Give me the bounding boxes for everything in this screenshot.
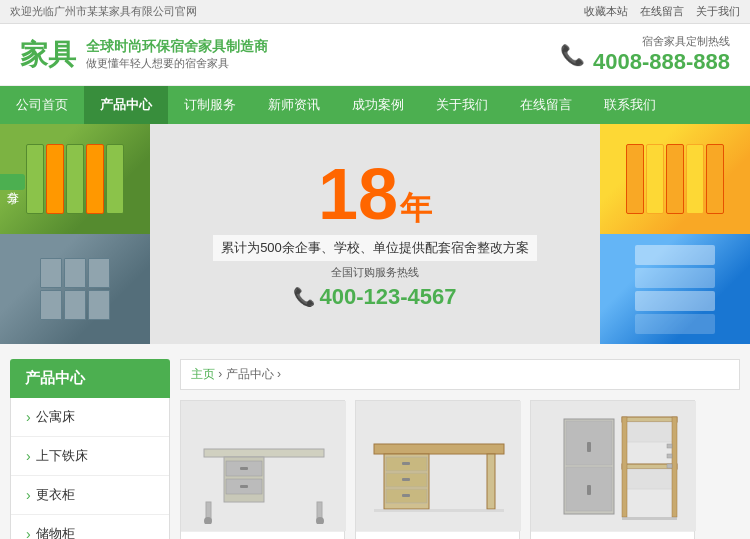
breadcrumb: 主页 › 产品中心 ›: [180, 359, 740, 390]
banner-right: [600, 124, 750, 344]
banner-hotline-label: 全国订购服务热线: [213, 265, 537, 280]
svg-rect-23: [587, 442, 591, 452]
sidebar-item-bunk-bed[interactable]: 上下铁床: [11, 437, 169, 476]
top-bar: 欢迎光临广州市某某家具有限公司官网 收藏本站 在线留言 关于我们: [0, 0, 750, 24]
top-bar-message[interactable]: 在线留言: [640, 4, 684, 19]
nav-products[interactable]: 产品中心: [84, 86, 168, 124]
banner-img-blue-room: [600, 234, 750, 344]
svg-rect-24: [587, 485, 591, 495]
sidebar-item-apt-bed[interactable]: 公寓床: [11, 398, 169, 437]
svg-rect-10: [374, 444, 504, 454]
breadcrumb-home-link[interactable]: 主页: [191, 367, 215, 381]
phone-icon: 📞: [560, 43, 585, 67]
logo-text: 家具: [20, 36, 76, 74]
gray-room-shape: [0, 234, 150, 344]
sidebar: 产品中心 公寓床 上下铁床 更衣柜 储物柜 其他产品: [10, 359, 170, 539]
sidebar-menu: 公寓床 上下铁床 更衣柜 储物柜 其他产品: [10, 398, 170, 539]
yellow-lockers-shape: [600, 124, 750, 234]
banner-img-gray-room: [0, 234, 150, 344]
hotline-area: 宿舍家具定制热线 4008-888-888: [593, 34, 730, 75]
sidebar-item-locker[interactable]: 储物柜: [11, 515, 169, 539]
svg-rect-27: [624, 422, 675, 442]
top-bar-about[interactable]: 关于我们: [696, 4, 740, 19]
nav-message[interactable]: 在线留言: [504, 86, 588, 124]
slogan-sub: 做更懂年轻人想要的宿舍家具: [86, 56, 268, 71]
nav: 公司首页 产品中心 订制服务 新师资讯 成功案例 关于我们 在线留言 联系我们: [0, 86, 750, 124]
banner-img-yellow-lockers: [600, 124, 750, 234]
svg-rect-32: [667, 454, 672, 458]
logo-slogan: 全球时尚环保宿舍家具制造商 做更懂年轻人想要的宿舍家具: [86, 38, 268, 71]
product-card-7[interactable]: 产品名称七: [530, 400, 695, 539]
breadcrumb-current: 产品中心: [226, 367, 274, 381]
banner-overlay: 18 年 累计为500余企事、学校、单位提供配套宿舍整改方案 全国订购服务热线 …: [213, 158, 537, 310]
nav-home[interactable]: 公司首页: [0, 86, 84, 124]
nav-news[interactable]: 新师资讯: [252, 86, 336, 124]
breadcrumb-sep1: ›: [218, 367, 225, 381]
svg-rect-33: [667, 464, 672, 468]
banner-center: 18 年 累计为500余企事、学校、单位提供配套宿舍整改方案 全国订购服务热线 …: [150, 124, 600, 344]
sidebar-title: 产品中心: [10, 359, 170, 398]
nav-about[interactable]: 关于我们: [420, 86, 504, 124]
product-grid: 产品名称九: [180, 400, 740, 539]
content: 产品中心 公寓床 上下铁床 更衣柜 储物柜 其他产品 主页 › 产品中心 ›: [0, 344, 750, 539]
svg-rect-15: [402, 462, 410, 465]
banner-desc: 累计为500余企事、学校、单位提供配套宿舍整改方案: [213, 235, 537, 261]
svg-rect-4: [240, 467, 248, 470]
top-bar-bookmark[interactable]: 收藏本站: [584, 4, 628, 19]
desk-svg-9: [194, 409, 334, 524]
svg-rect-5: [240, 485, 248, 488]
nav-contact[interactable]: 联系我们: [588, 86, 672, 124]
svg-rect-31: [667, 444, 672, 448]
nav-custom[interactable]: 订制服务: [168, 86, 252, 124]
banner-hotline-number: 400-123-4567: [319, 284, 456, 310]
banner-years: 18: [318, 158, 398, 230]
slogan-main: 全球时尚环保宿舍家具制造商: [86, 38, 268, 56]
svg-rect-16: [402, 478, 410, 481]
desk-svg-8: [369, 409, 509, 524]
product-img-7: [531, 401, 696, 531]
main-content: 主页 › 产品中心 ›: [180, 359, 740, 539]
product-name-8: 产品名称八: [356, 531, 519, 539]
banner-phone-icon: 📞: [293, 286, 315, 308]
svg-rect-0: [204, 449, 324, 457]
hotline-label: 宿舍家具定制热线: [593, 34, 730, 49]
svg-rect-29: [622, 417, 627, 517]
blue-room-shape: [600, 234, 750, 344]
svg-rect-30: [672, 417, 677, 517]
logo-area: 家具 全球时尚环保宿舍家具制造商 做更懂年轻人想要的宿舍家具: [20, 36, 268, 74]
product-card-9[interactable]: 产品名称九: [180, 400, 345, 539]
bunk-svg-7: [544, 409, 684, 524]
breadcrumb-sep2: ›: [277, 367, 281, 381]
svg-rect-25: [622, 417, 677, 422]
product-name-7: 产品名称七: [531, 531, 694, 539]
breadcrumb-home: 主页: [191, 367, 218, 381]
svg-rect-19: [374, 509, 504, 512]
nav-cases[interactable]: 成功案例: [336, 86, 420, 124]
top-bar-links: 收藏本站 在线留言 关于我们: [584, 4, 740, 19]
svg-rect-18: [487, 454, 495, 509]
header: 家具 全球时尚环保宿舍家具制造商 做更懂年轻人想要的宿舍家具 📞 宿舍家具定制热…: [0, 24, 750, 86]
svg-rect-28: [624, 469, 675, 489]
svg-rect-17: [402, 494, 410, 497]
side-tab[interactable]: 分享: [0, 174, 25, 190]
product-img-9: [181, 401, 346, 531]
header-right: 📞 宿舍家具定制热线 4008-888-888: [560, 34, 730, 75]
hotline-number: 4008-888-888: [593, 49, 730, 75]
product-name-9: 产品名称九: [181, 531, 344, 539]
sidebar-item-wardrobe[interactable]: 更衣柜: [11, 476, 169, 515]
banner: 分享: [0, 124, 750, 344]
product-card-8[interactable]: 产品名称八: [355, 400, 520, 539]
banner-years-unit: 年: [400, 187, 432, 231]
top-bar-welcome: 欢迎光临广州市某某家具有限公司官网: [10, 4, 197, 19]
product-img-8: [356, 401, 521, 531]
banner-left: [0, 124, 150, 344]
banner-hotline: 📞 400-123-4567: [213, 284, 537, 310]
svg-rect-34: [622, 517, 677, 520]
